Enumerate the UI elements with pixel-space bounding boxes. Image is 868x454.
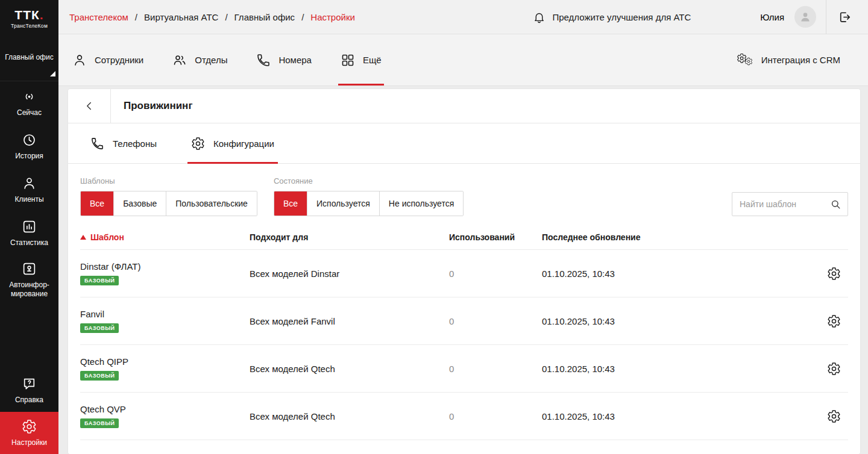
tab-configurations[interactable]: Конфигурации: [191, 123, 274, 163]
card-header: Провижининг: [68, 89, 860, 123]
logout-button[interactable]: [837, 10, 852, 25]
back-button[interactable]: [68, 89, 111, 123]
breadcrumb-link-virtual-ats[interactable]: Виртуальная АТС: [144, 12, 218, 22]
template-fits: Всех моделей Dinstar: [250, 269, 449, 279]
row-settings-button[interactable]: [819, 267, 848, 281]
sidebar-item-clients[interactable]: Клиенты: [0, 168, 58, 211]
settings-gear-icon: [827, 314, 841, 328]
template-name-cell: Qtech QIPP БАЗОВЫЙ: [80, 356, 250, 381]
breadcrumb-link-transtelecom[interactable]: Транстелеком: [69, 12, 128, 22]
search-icon[interactable]: [830, 199, 841, 210]
office-label: Главный офис: [5, 53, 53, 63]
template-uses: 0: [449, 316, 542, 326]
sidebar-item-settings[interactable]: Настройки: [0, 412, 58, 454]
logo-text: ТТК.: [14, 8, 43, 21]
office-selector[interactable]: Главный офис: [0, 34, 58, 81]
breadcrumb-link-settings[interactable]: Настройки: [310, 12, 355, 22]
sidebar-item-label: Клиенты: [14, 195, 43, 204]
filter-bar: Шаблоны Все Базовые Пользовательские Сос…: [68, 164, 860, 216]
tab-label: Телефоны: [113, 138, 157, 149]
phone-icon: [256, 53, 271, 67]
sidebar-item-autoinform[interactable]: Автоинфор­мирование: [0, 255, 58, 305]
sidebar-item-history[interactable]: История: [0, 125, 58, 168]
template-uses: 0: [449, 411, 542, 421]
template-uses: 0: [449, 364, 542, 374]
person-icon: [799, 11, 811, 23]
user-name: Юлия: [760, 12, 784, 22]
crm-integration-button[interactable]: Интеграция с CRM: [737, 34, 840, 86]
sidebar-item-label: Сейчас: [17, 108, 42, 117]
template-name-cell: Fanvil БАЗОВЫЙ: [80, 309, 250, 333]
status-badge: БАЗОВЫЙ: [80, 276, 119, 285]
tab-departments[interactable]: Отделы: [172, 34, 227, 86]
template-fits: Всех моделей Qtech: [250, 411, 449, 421]
tab-employees[interactable]: Сотрудники: [72, 34, 143, 86]
filter-state-used[interactable]: Используется: [307, 191, 380, 216]
sidebar-spacer: [0, 305, 58, 368]
breadcrumb-separator: /: [135, 12, 137, 22]
history-icon: [22, 132, 37, 148]
template-name: Qtech QVP: [80, 404, 126, 414]
templates-table: Шаблон Подходит для Использований Послед…: [68, 225, 860, 454]
sidebar-item-label: Статистика: [10, 238, 48, 247]
status-badge: БАЗОВЫЙ: [80, 323, 119, 333]
breadcrumb-link-main-office[interactable]: Главный офис: [234, 12, 295, 22]
logout-icon: [837, 10, 852, 25]
template-updated: 01.10.2025, 10:43: [542, 411, 819, 421]
filter-state-unused[interactable]: Не используется: [380, 191, 463, 216]
settings-gear-icon: [827, 267, 841, 281]
column-header-label: Шаблон: [90, 232, 124, 242]
employee-icon: [72, 53, 87, 67]
sidebar-item-help[interactable]: Справка: [0, 368, 58, 412]
table-row[interactable]: Qtech QIPP БАЗОВЫЙ Всех моделей Qtech 0 …: [80, 345, 848, 393]
logo-subtitle: ТрансТелеКом: [11, 23, 48, 29]
broadcast-icon: [22, 89, 37, 104]
status-badge: БАЗОВЫЙ: [80, 371, 119, 381]
user-avatar[interactable]: [794, 6, 816, 28]
page-title: Провижининг: [111, 89, 192, 123]
breadcrumb-separator: /: [301, 12, 304, 22]
filter-templates-custom[interactable]: Пользовательские: [166, 191, 257, 216]
table-header-row: Шаблон Подходит для Использований Послед…: [80, 225, 848, 250]
tab-phones[interactable]: Телефоны: [90, 123, 157, 163]
tab-label: Конфигурации: [213, 138, 274, 149]
tab-label: Ещё: [363, 55, 382, 65]
status-badge: БАЗОВЫЙ: [80, 418, 119, 428]
state-filter-group: Все Используется Не используется: [274, 191, 464, 216]
tab-numbers[interactable]: Номера: [256, 34, 312, 86]
column-header-updated: Последнее обновление: [542, 232, 819, 242]
settings-gear-icon: [827, 409, 841, 423]
suggest-improvements-button[interactable]: Предложите улучшения для АТС: [533, 11, 691, 23]
row-settings-button[interactable]: [819, 409, 848, 423]
filter-templates-all[interactable]: Все: [81, 191, 114, 216]
column-header-template[interactable]: Шаблон: [80, 232, 250, 242]
table-row[interactable]: Qtech QVP БАЗОВЫЙ Всех моделей Qtech 0 0…: [80, 393, 848, 440]
clients-icon: [22, 176, 37, 191]
table-row[interactable]: Dinstar (ФЛАТ) БАЗОВЫЙ Всех моделей Dins…: [80, 250, 848, 297]
row-settings-button[interactable]: [819, 314, 848, 328]
template-name: Dinstar (ФЛАТ): [80, 261, 140, 272]
tab-label: Сотрудники: [95, 55, 143, 65]
provisioning-tabs: Телефоны Конфигурации: [68, 123, 860, 164]
autoinform-icon: [22, 261, 37, 276]
header-right: Предложите улучшения для АТС Юлия: [533, 0, 852, 34]
suggest-improvements-label: Предложите улучшения для АТС: [552, 12, 691, 22]
template-updated: 01.10.2025, 10:43: [542, 269, 819, 279]
tab-more[interactable]: Ещё: [341, 34, 382, 86]
filter-templates-basic[interactable]: Базовые: [114, 191, 166, 216]
row-settings-button[interactable]: [819, 362, 848, 376]
content-area: Провижининг Телефоны Конфигурации: [58, 86, 868, 454]
templates-filter-group: Все Базовые Пользовательские: [80, 191, 257, 216]
chevron-left-icon: [83, 99, 96, 113]
template-name: Qtech QIPP: [80, 356, 128, 367]
settings-gear-icon: [827, 362, 841, 376]
tab-label: Отделы: [195, 55, 227, 65]
table-row[interactable]: Fanvil БАЗОВЫЙ Всех моделей Fanvil 0 01.…: [80, 297, 848, 345]
provisioning-card: Провижининг Телефоны Конфигурации: [68, 89, 860, 454]
column-header-uses: Использований: [449, 232, 542, 242]
filter-state-all[interactable]: Все: [274, 191, 307, 216]
search-input[interactable]: [740, 199, 830, 209]
sidebar-item-statistics[interactable]: Статистика: [0, 211, 58, 255]
header-divider: [826, 0, 826, 34]
sidebar-item-now[interactable]: Сейчас: [0, 81, 58, 125]
